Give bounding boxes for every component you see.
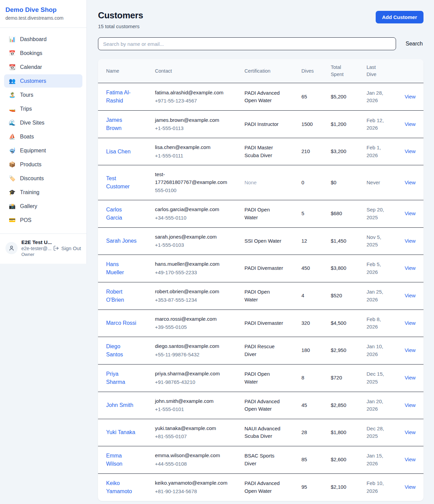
- user-name: E2E Test U...: [21, 239, 50, 245]
- customer-name-link[interactable]: Test Customer: [106, 174, 137, 191]
- customer-row: John Smithjohn.smith@example.com+1-555-0…: [98, 392, 423, 419]
- customer-phone: +1-555-0113: [155, 125, 240, 132]
- customer-email: marco.rossi@example.com: [155, 315, 224, 323]
- customer-name-link[interactable]: Yuki Tanaka: [106, 428, 135, 436]
- view-link[interactable]: View: [396, 483, 415, 491]
- page-header: Customers 15 total customers Add Custome…: [98, 10, 423, 29]
- view-link[interactable]: View: [396, 319, 415, 327]
- user-email: e2e-tester@...: [21, 246, 50, 251]
- view-link[interactable]: View: [396, 264, 415, 272]
- customer-name-link[interactable]: Emma Wilson: [106, 452, 137, 468]
- view-link[interactable]: View: [396, 210, 415, 218]
- customer-name-link[interactable]: Sarah Jones: [106, 237, 137, 245]
- add-customer-button[interactable]: Add Customer: [376, 11, 423, 23]
- view-link[interactable]: View: [396, 429, 415, 436]
- customer-row: Carlos Garciacarlos.garcia@example.com+3…: [98, 200, 423, 227]
- sidebar-item-gallery[interactable]: 📸Gallery: [4, 200, 82, 213]
- view-link[interactable]: View: [396, 374, 415, 382]
- sidebar-item-tours[interactable]: 🏝️Tours: [4, 88, 82, 101]
- customer-dives: 8: [301, 364, 331, 392]
- view-link[interactable]: View: [396, 292, 415, 300]
- table-header-row: NameContactCertificationDivesTotal Spent…: [98, 59, 423, 83]
- sidebar-item-trips[interactable]: 🚤Trips: [4, 102, 82, 115]
- boats-icon: ⛵: [9, 133, 16, 140]
- search-button[interactable]: Search: [405, 39, 423, 49]
- sidebar-item-dashboard[interactable]: 📊Dashboard: [4, 33, 82, 46]
- customer-phone: +91-98765-43210: [155, 378, 240, 386]
- view-link[interactable]: View: [396, 347, 415, 354]
- view-link[interactable]: View: [396, 402, 415, 409]
- sidebar-item-pos[interactable]: 💳POS: [4, 213, 82, 227]
- customer-name-link[interactable]: Marco Rossi: [106, 319, 136, 327]
- dive-sites-icon: 🌊: [9, 119, 16, 126]
- sign-out-icon: [53, 245, 59, 251]
- customer-dives: 28: [301, 419, 331, 446]
- sidebar-item-customers[interactable]: 👥Customers: [4, 74, 82, 88]
- customer-dives: 450: [301, 255, 331, 282]
- customer-name-link[interactable]: Hans Mueller: [106, 260, 137, 277]
- customer-name-link[interactable]: Robert O'Brien: [106, 288, 137, 304]
- sign-out-label: Sign Out: [61, 245, 81, 251]
- customer-row: James Brownjames.brown@example.com+1-555…: [98, 111, 423, 138]
- customer-certification: NAUI Advanced Scuba Diver: [244, 425, 284, 440]
- customer-email: lisa.chen@example.com: [155, 144, 224, 151]
- customer-name-link[interactable]: Priya Sharma: [106, 370, 137, 386]
- customer-certification: PADI Master Scuba Diver: [244, 144, 284, 159]
- view-link[interactable]: View: [396, 93, 415, 101]
- customer-last-dive: Feb 5, 2026: [367, 255, 396, 282]
- view-link[interactable]: View: [396, 179, 415, 187]
- customer-total-spent: $1,200: [331, 111, 367, 138]
- customer-total-spent: $720: [331, 364, 367, 392]
- sidebar-item-training[interactable]: 🎓Training: [4, 186, 82, 199]
- view-link[interactable]: View: [396, 237, 415, 245]
- person-icon: [8, 245, 15, 251]
- customer-email: robert.obrien@example.com: [155, 288, 224, 296]
- customer-dives: 0: [301, 165, 331, 200]
- view-link[interactable]: View: [396, 148, 415, 155]
- customer-row: Marco Rossimarco.rossi@example.com+39-55…: [98, 310, 423, 337]
- customer-name-link[interactable]: Keiko Yamamoto: [106, 479, 137, 496]
- customer-certification: SSI Open Water: [244, 237, 281, 245]
- view-link[interactable]: View: [396, 456, 415, 464]
- gallery-icon: 📸: [9, 203, 16, 209]
- customer-phone: +1-555-0103: [155, 241, 240, 249]
- customer-row: Keiko Yamamotokeiko.yamamoto@example.com…: [98, 473, 423, 501]
- customer-email: test-1772681807767@example.com: [155, 171, 224, 186]
- equipment-icon: 🤿: [9, 147, 16, 154]
- sidebar-item-boats[interactable]: ⛵Boats: [4, 130, 82, 143]
- customer-name-link[interactable]: Diego Santos: [106, 342, 137, 359]
- user-info: E2E Test U... e2e-tester@... Owner: [21, 239, 50, 257]
- sidebar-item-label: Products: [20, 162, 41, 168]
- sidebar-item-label: Trips: [20, 106, 32, 112]
- sidebar-item-label: Dashboard: [20, 36, 46, 42]
- customer-total-spent: $3,200: [331, 138, 367, 165]
- customer-name-link[interactable]: Carlos Garcia: [106, 206, 137, 222]
- customer-name-link[interactable]: James Brown: [106, 116, 137, 132]
- customer-certification: PADI Advanced Open Water: [244, 480, 284, 495]
- customer-phone: +81-90-1234-5678: [155, 488, 240, 496]
- sign-out-button[interactable]: Sign Out: [53, 245, 81, 251]
- sidebar-item-bookings[interactable]: 📅Bookings: [4, 46, 82, 60]
- discounts-icon: 🏷️: [9, 175, 16, 182]
- customer-name-link[interactable]: Fatima Al-Rashid: [106, 89, 137, 105]
- customer-row: Test Customertest-1772681807767@example.…: [98, 165, 423, 200]
- customer-email: emma.wilson@example.com: [155, 452, 224, 460]
- sidebar-item-products[interactable]: 📦Products: [4, 158, 82, 171]
- customers-table: NameContactCertificationDivesTotal Spent…: [98, 59, 423, 501]
- sidebar-item-dive-sites[interactable]: 🌊Dive Sites: [4, 116, 82, 129]
- sidebar-item-calendar[interactable]: 📆Calendar: [4, 60, 82, 74]
- sidebar-item-discounts[interactable]: 🏷️Discounts: [4, 172, 82, 185]
- customer-name-link[interactable]: Lisa Chen: [106, 148, 131, 156]
- customer-last-dive: Jan 28, 2026: [367, 83, 396, 111]
- search-input[interactable]: [98, 37, 396, 50]
- customer-phone: +971-55-123-4567: [155, 97, 240, 105]
- page-title: Customers: [98, 10, 143, 21]
- customer-name-link[interactable]: John Smith: [106, 401, 133, 409]
- sidebar-item-equipment[interactable]: 🤿Equipment: [4, 144, 82, 157]
- sidebar-item-label: Equipment: [20, 148, 46, 154]
- customer-last-dive: Feb 8, 2026: [367, 310, 396, 337]
- customer-last-dive: Jan 15, 2026: [367, 446, 396, 473]
- customer-last-dive: Feb 1, 2026: [367, 138, 396, 165]
- view-link[interactable]: View: [396, 120, 415, 128]
- column-header-contact: Contact: [155, 59, 244, 83]
